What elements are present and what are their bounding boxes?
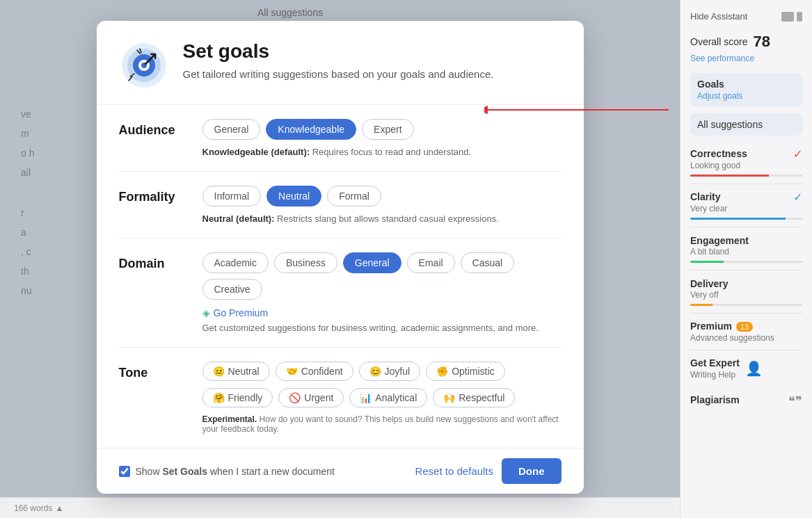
- clarity-check-icon: ✓: [793, 191, 802, 204]
- premium-sub: Advanced suggestions: [690, 333, 802, 343]
- show-goals-checkbox[interactable]: [119, 466, 130, 477]
- engagement-bar: [690, 261, 802, 263]
- domain-content: Academic Business General Email Casual C…: [202, 252, 562, 333]
- formality-content: Informal Neutral Formal Neutral (default…: [202, 186, 562, 224]
- tone-optimistic-btn[interactable]: ✊Optimistic: [426, 362, 504, 381]
- delivery-section[interactable]: Delivery Very off: [690, 270, 802, 314]
- tone-optimistic-emoji: ✊: [436, 366, 448, 377]
- correctness-bar: [690, 175, 802, 177]
- modal-backdrop: Set goals Get tailored writing suggestio…: [0, 0, 680, 518]
- domain-email-btn[interactable]: Email: [407, 252, 455, 273]
- formality-desc: Neutral (default): Restricts slang but a…: [202, 213, 562, 224]
- premium-title: Premium: [690, 321, 732, 332]
- all-suggestions-section[interactable]: All suggestions: [690, 113, 802, 136]
- plagiarism-label: Plagiarism: [690, 394, 740, 405]
- delivery-bar: [690, 304, 802, 306]
- hide-assistant-label[interactable]: Hide Assistant: [690, 11, 747, 22]
- plagiarism-section[interactable]: Plagiarism ❝❞: [690, 387, 802, 413]
- tone-friendly-btn[interactable]: 🤗Friendly: [202, 388, 273, 407]
- domain-business-btn[interactable]: Business: [274, 252, 337, 273]
- tone-row1: 😐Neutral 🤝Confident 😊Joyful ✊Optimistic: [202, 362, 562, 381]
- tone-respectful-btn[interactable]: 🙌Respectful: [433, 388, 515, 407]
- domain-creative-btn[interactable]: Creative: [202, 279, 262, 300]
- tone-friendly-emoji: 🤗: [213, 392, 225, 403]
- domain-btn-group: Academic Business General Email Casual C…: [202, 252, 562, 300]
- layout-icon-small: [797, 12, 802, 22]
- tone-confident-btn[interactable]: 🤝Confident: [276, 362, 353, 381]
- right-sidebar: Hide Assistant Overall score 78 See perf…: [680, 0, 812, 518]
- domain-academic-btn[interactable]: Academic: [202, 252, 269, 273]
- sidebar-icon-group: [781, 12, 802, 22]
- modal-header-text: Set goals Get tailored writing suggestio…: [183, 40, 494, 80]
- formality-informal-btn[interactable]: Informal: [202, 186, 262, 207]
- overall-score-value: 78: [753, 33, 770, 51]
- formality-formal-btn[interactable]: Formal: [327, 186, 381, 207]
- formality-btn-group: Informal Neutral Formal: [202, 186, 562, 207]
- formality-label: Formality: [119, 186, 202, 204]
- tone-urgent-btn[interactable]: 🚫Urgent: [278, 388, 344, 407]
- tone-neutral-emoji: 😐: [213, 366, 225, 377]
- tone-section: Tone 😐Neutral 🤝Confident 😊Joyful ✊Optimi…: [119, 348, 562, 448]
- score-row: Overall score 78: [690, 33, 802, 51]
- domain-casual-btn[interactable]: Casual: [461, 252, 515, 273]
- formality-desc-bold: Neutral (default):: [202, 213, 275, 224]
- done-button[interactable]: Done: [502, 458, 562, 484]
- modal-subtitle: Get tailored writing suggestions based o…: [183, 68, 494, 80]
- audience-knowledgeable-btn[interactable]: Knowledgeable: [266, 119, 356, 140]
- premium-section[interactable]: Premium 13 Advanced suggestions: [690, 314, 802, 350]
- go-premium-label: Go Premium: [214, 307, 269, 318]
- checkbox-label: Show Set Goals when I start a new docume…: [136, 466, 335, 477]
- get-expert-section[interactable]: Get Expert Writing Help 👤: [690, 350, 802, 387]
- diamond-icon: ◈: [202, 307, 210, 318]
- get-expert-text: Get Expert Writing Help: [690, 357, 740, 380]
- audience-general-btn[interactable]: General: [202, 119, 261, 140]
- audience-content: General Knowledgeable Expert Knowledgeab…: [202, 119, 562, 157]
- engagement-sub: A bit bland: [690, 247, 802, 257]
- audience-section: Audience General Knowledgeable Expert Kn…: [119, 105, 562, 172]
- goals-sub: Adjust goals: [697, 91, 795, 101]
- set-goals-modal: Set goals Get tailored writing suggestio…: [97, 21, 584, 494]
- checkbox-row: Show Set Goals when I start a new docume…: [119, 466, 335, 477]
- clarity-title: Clarity: [690, 191, 721, 202]
- domain-general-btn[interactable]: General: [343, 252, 401, 273]
- modal-title: Set goals: [183, 40, 494, 63]
- correctness-check-icon: ✓: [793, 147, 802, 161]
- delivery-sub: Very off: [690, 290, 802, 300]
- domain-desc: Get customized suggestions for business …: [202, 323, 562, 333]
- tone-joyful-btn[interactable]: 😊Joyful: [359, 362, 421, 381]
- tone-content: 😐Neutral 🤝Confident 😊Joyful ✊Optimistic …: [202, 362, 562, 434]
- tone-neutral-label: Neutral: [228, 366, 260, 377]
- tone-urgent-emoji: 🚫: [289, 392, 301, 403]
- correctness-section[interactable]: Correctness ✓ Looking good: [690, 141, 802, 184]
- tone-row2: 🤗Friendly 🚫Urgent 📊Analytical 🙌Respectfu…: [202, 388, 562, 407]
- engagement-section[interactable]: Engagement A bit bland: [690, 227, 802, 270]
- tone-neutral-btn[interactable]: 😐Neutral: [202, 362, 270, 381]
- go-premium-link[interactable]: ◈ Go Premium: [202, 307, 269, 318]
- tone-respectful-label: Respectful: [459, 392, 504, 403]
- tone-analytical-emoji: 📊: [360, 392, 372, 403]
- audience-label: Audience: [119, 119, 202, 138]
- formality-section: Formality Informal Neutral Formal Neutra…: [119, 172, 562, 238]
- see-performance-link[interactable]: See performance: [690, 54, 802, 63]
- overall-score-label: Overall score: [690, 36, 747, 47]
- audience-expert-btn[interactable]: Expert: [362, 119, 413, 140]
- clarity-sub: Very clear: [690, 204, 802, 213]
- tone-optimistic-label: Optimistic: [452, 366, 494, 377]
- audience-btn-group: General Knowledgeable Expert: [202, 119, 562, 140]
- reset-button[interactable]: Reset to defaults: [415, 465, 493, 477]
- formality-neutral-btn[interactable]: Neutral: [266, 186, 321, 207]
- audience-desc-bold: Knowledgeable (default):: [202, 147, 310, 157]
- writing-help-label: Writing Help: [690, 370, 740, 380]
- goals-title: Goals: [697, 79, 795, 90]
- engagement-title: Engagement: [690, 235, 749, 246]
- correctness-title: Correctness: [690, 148, 747, 159]
- tone-analytical-btn[interactable]: 📊Analytical: [349, 388, 427, 407]
- clarity-section[interactable]: Clarity ✓ Very clear: [690, 184, 802, 227]
- premium-badge: 13: [736, 322, 753, 332]
- tone-label: Tone: [119, 362, 202, 380]
- clarity-bar: [690, 218, 802, 220]
- layout-icon: [781, 12, 794, 22]
- modal-body: Audience General Knowledgeable Expert Kn…: [97, 105, 584, 448]
- goals-section[interactable]: Goals Adjust goals: [690, 73, 802, 106]
- tone-joyful-label: Joyful: [385, 366, 411, 377]
